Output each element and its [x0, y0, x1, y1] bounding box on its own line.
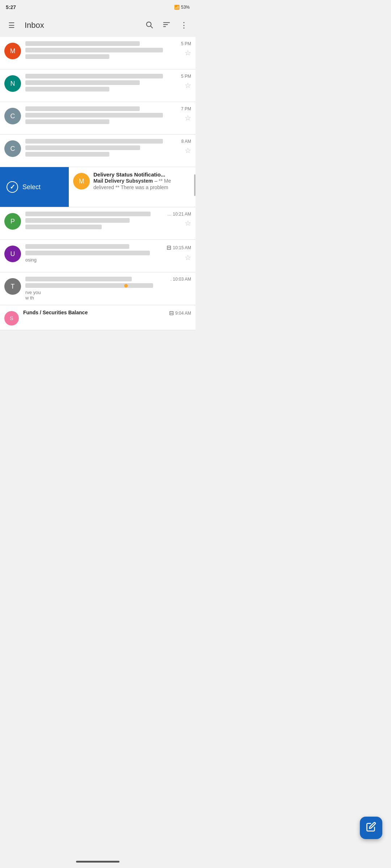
- page-title: Inbox: [25, 21, 139, 30]
- list-item[interactable]: C 7 PM ☆: [0, 102, 196, 135]
- select-label: Select: [22, 183, 41, 191]
- email-sender-blurred: [25, 139, 163, 144]
- email-content: [25, 139, 178, 158]
- scroll-indicator: [194, 174, 196, 196]
- email-meta: ⊟ 9:04 AM: [169, 310, 191, 316]
- email-meta: . 10:03 AM: [171, 277, 191, 282]
- email-subject-blurred: [25, 145, 140, 150]
- list-item[interactable]: T rve you w th . 10:03 AM: [0, 272, 196, 305]
- avatar: M: [73, 173, 90, 190]
- email-time: 8 AM: [181, 139, 191, 144]
- status-bar: 5:27 📶 53%: [0, 0, 196, 14]
- email-meta: ⊟ 10:15 AM ☆: [167, 244, 191, 262]
- email-sender-blurred: [25, 244, 129, 249]
- avatar: N: [4, 75, 21, 92]
- email-meta: 5 PM ☆: [181, 74, 191, 90]
- email-meta: … 10:21 AM ☆: [167, 212, 191, 227]
- list-item[interactable]: P … 10:21 AM ☆: [0, 207, 196, 240]
- email-preview-blurred: [25, 225, 102, 229]
- select-delivery-row: ✓ Select M Delivery Status Notificatio..…: [0, 167, 196, 207]
- email-content: [25, 106, 178, 126]
- avatar: S: [4, 311, 19, 326]
- avatar: P: [4, 213, 21, 230]
- email-preview: osing: [25, 257, 164, 263]
- list-item[interactable]: M 5 PM ☆: [0, 37, 196, 69]
- email-subject: Funds / Securities Balance: [23, 310, 166, 315]
- star-button[interactable]: ☆: [185, 114, 191, 122]
- email-time: 5 PM: [181, 41, 191, 46]
- avatar: T: [4, 278, 21, 295]
- email-preview-blurred: [25, 87, 109, 92]
- battery-icon: 53%: [181, 5, 190, 10]
- email-time: . 10:03 AM: [171, 277, 191, 282]
- email-time: … 10:21 AM: [167, 212, 191, 217]
- email-dash: –: [155, 178, 159, 184]
- email-sender-line: Mail Delivery Subsystem – ** Me delivere…: [93, 178, 191, 191]
- email-preview-blurred: [25, 152, 109, 157]
- email-subject-blurred: [25, 80, 140, 85]
- email-content: rve you w th: [25, 277, 168, 301]
- search-icon: [145, 21, 153, 30]
- star-button[interactable]: ☆: [185, 146, 191, 155]
- list-item[interactable]: N 5 PM ☆: [0, 69, 196, 102]
- list-item[interactable]: S Funds / Securities Balance ⊟ 9:04 AM: [0, 305, 196, 330]
- email-preview-blurred: [25, 54, 109, 59]
- email-content: [25, 74, 178, 93]
- select-check-icon: ✓: [7, 181, 18, 193]
- avatar: C: [4, 140, 21, 157]
- email-subject-blurred: [25, 113, 163, 118]
- star-button[interactable]: ☆: [185, 81, 191, 90]
- email-subject-blurred: [25, 218, 130, 223]
- avatar: U: [4, 246, 21, 262]
- email-preview-2: w th: [25, 295, 168, 301]
- email-sender: Mail Delivery Subsystem: [93, 178, 153, 184]
- list-item[interactable]: U osing ⊟ 10:15 AM ☆: [0, 240, 196, 272]
- email-meta: 7 PM ☆: [181, 106, 191, 122]
- more-button[interactable]: ⋮: [177, 18, 191, 33]
- email-meta: 5 PM ☆: [181, 41, 191, 57]
- email-subject-blurred: [25, 251, 150, 255]
- list-item[interactable]: C 8 AM ☆: [0, 135, 196, 167]
- email-content: osing: [25, 244, 164, 263]
- email-content: [25, 212, 164, 231]
- email-sender-blurred: [25, 74, 163, 78]
- check-mark: ✓: [10, 183, 15, 191]
- status-time: 5:27: [6, 4, 16, 10]
- email-time: 9:04 AM: [175, 311, 191, 316]
- more-icon: ⋮: [180, 21, 188, 30]
- avatar: M: [4, 43, 21, 59]
- menu-icon[interactable]: ☰: [4, 18, 19, 33]
- email-subject: Delivery Status Notificatio...: [93, 171, 191, 178]
- sort-button[interactable]: [159, 18, 174, 33]
- svg-line-1: [151, 26, 152, 28]
- email-preview: rve you: [25, 290, 168, 295]
- status-icons: 📶 53%: [174, 5, 190, 10]
- signal-icon: 📶: [174, 5, 180, 10]
- email-sender-blurred: [25, 212, 151, 216]
- stack-icon-2: ⊟: [169, 310, 174, 316]
- toolbar: ☰ Inbox ⋮: [0, 14, 196, 36]
- star-button[interactable]: ☆: [185, 219, 191, 227]
- email-subject-blurred: [25, 283, 153, 288]
- delivery-content: Delivery Status Notificatio... Mail Deli…: [93, 171, 191, 191]
- email-time: 5 PM: [181, 74, 191, 79]
- search-button[interactable]: [142, 18, 156, 33]
- email-time: 10:15 AM: [173, 245, 191, 250]
- select-button[interactable]: ✓ Select: [0, 167, 69, 207]
- email-meta: 8 AM ☆: [181, 139, 191, 155]
- sort-icon: [163, 21, 171, 30]
- delivery-email-item[interactable]: M Delivery Status Notificatio... Mail De…: [69, 167, 196, 207]
- stack-icon: ⊟: [167, 244, 171, 251]
- email-time: 7 PM: [181, 106, 191, 111]
- avatar: C: [4, 108, 21, 124]
- email-sender-blurred: [25, 106, 140, 111]
- email-sender-blurred: [25, 41, 140, 46]
- email-content: Funds / Securities Balance: [23, 310, 166, 315]
- star-button[interactable]: ☆: [185, 48, 191, 57]
- email-subject-blurred: [25, 48, 163, 52]
- email-list: M 5 PM ☆ N 5 PM ☆ C: [0, 37, 196, 330]
- email-preview-blurred: [25, 119, 109, 124]
- email-content: [25, 41, 178, 61]
- email-sender-blurred: [25, 277, 132, 281]
- star-button[interactable]: ☆: [185, 253, 191, 262]
